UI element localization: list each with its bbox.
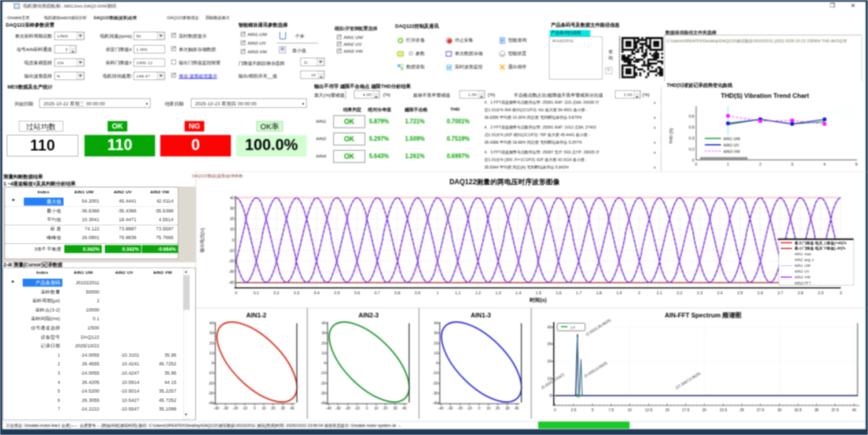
svg-text:-10: -10 xyxy=(321,371,326,375)
svg-text:AIN2-3: AIN2-3 xyxy=(359,312,379,319)
svg-text:2.8: 2.8 xyxy=(797,291,803,295)
svg-text:10: 10 xyxy=(322,351,326,355)
svg-text:30: 30 xyxy=(393,406,398,410)
svg-text:30: 30 xyxy=(322,331,326,335)
svg-text:AIN3 FFT: AIN3 FFT xyxy=(795,281,811,285)
svg-text:40: 40 xyxy=(230,196,234,200)
svg-text:1.8: 1.8 xyxy=(596,291,602,295)
svg-text:-10: -10 xyxy=(466,406,472,410)
svg-text:-10: -10 xyxy=(229,248,234,253)
svg-text:-30: -30 xyxy=(321,391,326,395)
svg-text:-40: -40 xyxy=(229,280,234,284)
svg-text:-40: -40 xyxy=(433,401,439,405)
svg-text:20: 20 xyxy=(495,406,500,410)
svg-text:15: 15 xyxy=(665,408,670,412)
svg-text:-20: -20 xyxy=(229,259,234,263)
svg-text:22.5: 22.5 xyxy=(720,408,727,412)
svg-text:20: 20 xyxy=(230,217,234,221)
svg-text:AIN2 avg U: AIN2 avg U xyxy=(795,258,814,262)
svg-text:输出电压[V]: 输出电压[V] xyxy=(200,228,205,253)
svg-text:-20: -20 xyxy=(208,381,214,385)
svg-text:DAQ122测量的两电压时序波形图像: DAQ122测量的两电压时序波形图像 xyxy=(450,178,561,186)
svg-text:10: 10 xyxy=(627,408,632,412)
svg-text:20: 20 xyxy=(209,341,214,345)
svg-text:-30: -30 xyxy=(447,406,453,410)
svg-text:-10: -10 xyxy=(208,371,214,375)
svg-text:2: 2 xyxy=(759,162,762,166)
svg-text:2.7: 2.7 xyxy=(778,291,784,295)
svg-text:40: 40 xyxy=(547,325,552,329)
svg-text:-20: -20 xyxy=(457,406,463,410)
svg-text:AIN2 UV: AIN2 UV xyxy=(723,143,740,147)
svg-text:0: 0 xyxy=(253,406,256,410)
svg-text:0.3: 0.3 xyxy=(294,291,300,295)
svg-text:0.2: 0.2 xyxy=(689,147,694,151)
svg-text:30: 30 xyxy=(505,406,510,410)
svg-text:2.9: 2.9 xyxy=(818,291,823,295)
svg-text:30: 30 xyxy=(281,406,285,410)
svg-text:0.9: 0.9 xyxy=(415,291,421,295)
svg-text:(3.4333,6.0625): (3.4333,6.0625) xyxy=(583,361,608,379)
svg-text:10: 10 xyxy=(374,406,378,410)
svg-text:0: 0 xyxy=(211,361,214,365)
svg-text:3: 3 xyxy=(840,291,842,295)
svg-text:-20: -20 xyxy=(433,381,439,385)
svg-text:40: 40 xyxy=(434,321,439,325)
svg-text:30: 30 xyxy=(547,342,552,346)
svg-text:AIN1 UW: AIN1 UW xyxy=(723,137,741,141)
svg-text:17.5: 17.5 xyxy=(682,408,690,412)
svg-text:10: 10 xyxy=(262,406,266,410)
svg-text:30: 30 xyxy=(434,331,439,335)
svg-text:-40: -40 xyxy=(438,406,444,410)
svg-text:30: 30 xyxy=(209,331,214,335)
svg-text:AIN3 VW: AIN3 VW xyxy=(795,275,811,279)
svg-text:AIN1 UW: AIN1 UW xyxy=(795,264,811,268)
svg-text:最大门限值 电压上限值(+40)%: 最大门限值 电压上限值(+40)% xyxy=(794,241,847,246)
svg-text:2.6: 2.6 xyxy=(757,291,763,295)
svg-text:THD (S): THD (S) xyxy=(668,128,674,144)
svg-text:AIN1-3: AIN1-3 xyxy=(471,312,491,319)
svg-text:(17.2667,0.0625): (17.2667,0.0625) xyxy=(675,371,701,390)
svg-text:1.5: 1.5 xyxy=(536,291,542,295)
svg-text:1.9: 1.9 xyxy=(616,291,622,295)
svg-text:0.5: 0.5 xyxy=(689,125,694,129)
svg-text:-10: -10 xyxy=(354,406,360,410)
svg-text:-20: -20 xyxy=(321,381,326,385)
svg-text:1.7: 1.7 xyxy=(576,291,582,295)
svg-text:27.5: 27.5 xyxy=(757,408,764,412)
svg-text:12.5: 12.5 xyxy=(645,408,653,412)
svg-text:0: 0 xyxy=(323,361,326,365)
svg-text:0.7: 0.7 xyxy=(374,291,380,295)
svg-text:2.5: 2.5 xyxy=(571,408,576,412)
svg-text:20: 20 xyxy=(383,406,388,410)
svg-text:30: 30 xyxy=(777,408,782,412)
svg-text:0.5: 0.5 xyxy=(334,291,340,295)
svg-text:-10: -10 xyxy=(242,406,248,410)
svg-text:-30: -30 xyxy=(229,269,234,273)
svg-text:1.2: 1.2 xyxy=(475,291,481,295)
svg-text:40: 40 xyxy=(322,321,326,325)
svg-text:10: 10 xyxy=(486,406,491,410)
svg-text:20: 20 xyxy=(702,408,707,412)
svg-text:20: 20 xyxy=(271,406,275,410)
svg-text:1.3: 1.3 xyxy=(495,291,501,295)
svg-text:5: 5 xyxy=(855,162,858,166)
svg-text:40: 40 xyxy=(852,408,856,412)
svg-text:0.2: 0.2 xyxy=(274,291,279,295)
svg-text:25: 25 xyxy=(740,408,744,412)
svg-text:20: 20 xyxy=(434,341,439,345)
svg-text:20: 20 xyxy=(322,341,326,345)
svg-text:37.5: 37.5 xyxy=(832,408,839,412)
svg-text:5: 5 xyxy=(591,408,594,412)
svg-text:2.5: 2.5 xyxy=(737,291,743,295)
svg-text:-30: -30 xyxy=(223,406,229,410)
svg-text:-40: -40 xyxy=(208,401,214,405)
svg-text:0.6: 0.6 xyxy=(689,114,694,118)
svg-text:0: 0 xyxy=(695,162,697,166)
svg-text:0: 0 xyxy=(366,406,368,410)
svg-text:0.6: 0.6 xyxy=(354,291,360,295)
svg-text:-20: -20 xyxy=(345,406,351,410)
svg-text:10: 10 xyxy=(230,227,234,231)
svg-text:-10: -10 xyxy=(433,371,439,375)
svg-text:-30: -30 xyxy=(335,406,341,410)
